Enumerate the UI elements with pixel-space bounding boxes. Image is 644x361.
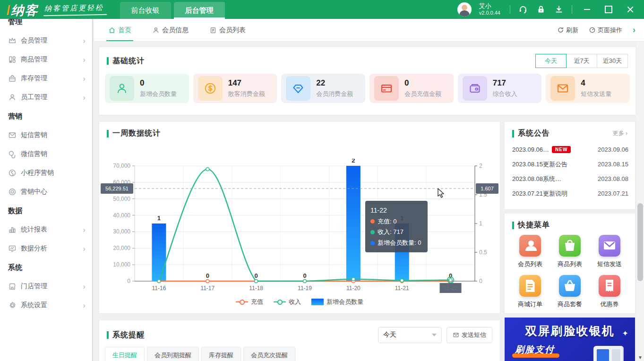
tab-member-list[interactable]: 会员列表: [209, 19, 246, 41]
sidebar-item-sms-marketing[interactable]: 短信营销: [0, 126, 92, 145]
tab-inventory-reminder[interactable]: 库存提醒: [201, 347, 241, 361]
range-30days-button[interactable]: 近30天: [597, 54, 628, 68]
stat-card-sms-sent: 4短信发送量: [546, 74, 630, 103]
scrollbar-down-arrow[interactable]: ▼: [637, 355, 643, 361]
member-icon: [110, 76, 134, 101]
send-sms-button[interactable]: 发送短信: [447, 327, 492, 343]
collapse-chevron-icon[interactable]: ›: [633, 25, 635, 35]
chevron-right-icon: ›: [83, 94, 86, 102]
tab-member-info[interactable]: 会员信息: [152, 19, 189, 41]
stat-value: 4: [581, 78, 611, 88]
legend-item-new-members[interactable]: 新增会员数量: [311, 298, 363, 306]
page-operations-label: 页面操作: [598, 26, 622, 34]
sidebar-item-label: 微信营销: [21, 150, 86, 158]
notices-title: 系统公告: [518, 129, 550, 138]
chevron-right-icon: ›: [83, 283, 86, 291]
dollar-icon: [198, 76, 223, 101]
download-icon[interactable]: [554, 4, 564, 15]
line-marker-icon: [236, 301, 248, 302]
sidebar-item-inventory[interactable]: 库存管理 ›: [0, 69, 92, 88]
customer-service-icon[interactable]: [518, 4, 528, 15]
sidebar-item-label: 员工管理: [21, 93, 83, 102]
window-maximize-button[interactable]: [601, 4, 616, 15]
window-minimize-button[interactable]: [580, 4, 594, 15]
title-accent-bar: [107, 130, 109, 138]
refresh-button[interactable]: 刷新: [557, 26, 578, 34]
notice-row[interactable]: 2023.08.15更新公告 2023.08.15: [512, 157, 628, 172]
notice-row[interactable]: 2023.07.21更新说明 2023.07.21: [512, 186, 628, 201]
title-accent-bar: [107, 57, 109, 65]
sidebar-item-marketing-center[interactable]: 营销中心: [0, 182, 92, 201]
main-scrollbar[interactable]: ▼: [636, 42, 644, 361]
sidebar-item-goods[interactable]: 商品管理 ›: [0, 50, 92, 69]
tab-member-recharge-reminder[interactable]: 会员充次提醒: [243, 347, 295, 361]
quick-mall-orders[interactable]: 商城订单: [510, 275, 550, 309]
credit-card-icon: [374, 76, 399, 101]
svg-text:2: 2: [352, 159, 355, 164]
page-operations-button[interactable]: 页面操作: [589, 26, 622, 34]
tab-birthday-reminder[interactable]: 生日提醒: [105, 347, 145, 361]
goods-combo-icon: [559, 275, 581, 297]
tooltip-row-text: 收入: 717: [378, 227, 404, 238]
tab-member-expiry-reminder[interactable]: 会员到期提醒: [147, 347, 199, 361]
sidebar-item-label: 统计报表: [21, 225, 83, 234]
legend-item-recharge[interactable]: 充值: [236, 298, 263, 306]
stats-title: 基础统计: [112, 56, 145, 66]
svg-text:70,000: 70,000: [113, 163, 130, 169]
svg-text:0: 0: [479, 278, 482, 284]
more-link[interactable]: 更多 ›: [613, 129, 627, 138]
nav-tab-backoffice[interactable]: 后台管理: [174, 2, 225, 19]
sidebar-item-label: 门店管理: [21, 282, 83, 291]
notice-row[interactable]: 2023.09.06… NEW 2023.09.06: [512, 142, 628, 157]
sidebar-item-analytics[interactable]: 数据分析 ›: [0, 239, 92, 258]
title-accent-bar: [107, 331, 109, 339]
svg-text:0.5: 0.5: [479, 249, 487, 256]
quick-menu-title: 快捷菜单: [518, 220, 550, 230]
sidebar-item-staff[interactable]: 员工管理 ›: [0, 88, 92, 107]
basic-stats-panel: 基础统计 今天 近7天 近30天 0新增会员数量 147散客消费金额 22会员消…: [99, 47, 635, 115]
stat-card-total-income: 717综合收入: [458, 74, 542, 103]
crown-icon: [8, 36, 17, 45]
sidebar-item-wechat-marketing[interactable]: 微信营销: [0, 145, 92, 163]
sidebar-item-members[interactable]: 会员管理 ›: [0, 31, 92, 50]
sidebar-item-settings[interactable]: 系统设置 ›: [0, 296, 92, 315]
legend-item-income[interactable]: 收入: [274, 298, 301, 306]
series-dot: [370, 241, 375, 245]
window-close-button[interactable]: [623, 4, 637, 15]
quick-goods-list[interactable]: 商品列表: [550, 235, 590, 268]
quick-item-label: 短信发送: [597, 260, 622, 268]
new-badge: NEW: [552, 146, 571, 153]
svg-text:50,000: 50,000: [113, 196, 130, 202]
stat-card-member-recharge: 0会员充值金额: [369, 74, 454, 103]
lock-icon[interactable]: [536, 4, 546, 15]
notice-text: 2023.09.06…: [512, 146, 549, 153]
sidebar: 管理 会员管理 › 商品管理 › 库存管理 › 员工管理 › 营销 短信营销: [0, 19, 93, 361]
sidebar-item-label: 会员管理: [21, 36, 83, 45]
quick-member-list[interactable]: 会员列表: [510, 235, 550, 268]
ad-subline: 刷脸支付: [515, 344, 555, 356]
gauge-icon: [589, 26, 596, 34]
quick-sms-send[interactable]: 短信发送: [590, 235, 629, 268]
ad-headline: 双屏刷脸收银机: [505, 323, 635, 339]
chart-legend: 充值 收入 新增会员数量: [99, 298, 500, 306]
tab-label: 会员列表: [219, 26, 246, 34]
quick-coupons[interactable]: 优惠券: [590, 275, 629, 309]
quick-goods-combo[interactable]: 商品套餐: [550, 275, 590, 309]
diamond-icon: [286, 76, 310, 101]
user-avatar[interactable]: [457, 2, 472, 17]
tooltip-row-text: 新增会员数量: 0: [378, 238, 421, 249]
nav-tab-frontdesk[interactable]: 前台收银: [120, 2, 171, 19]
sidebar-item-stores[interactable]: 门店管理 ›: [0, 277, 92, 296]
sidebar-item-reports[interactable]: 统计报表 ›: [0, 220, 92, 239]
scrollbar-thumb[interactable]: [637, 203, 643, 281]
notice-row[interactable]: 2023.08.08系统… 2023.08.08: [512, 172, 628, 186]
tab-home[interactable]: 首页: [108, 19, 131, 41]
svg-text:11-19: 11-19: [298, 285, 312, 292]
svg-text:1: 1: [157, 215, 161, 222]
sidebar-item-miniapp-marketing[interactable]: 小程序营销: [0, 163, 92, 182]
reminder-date-select[interactable]: 今天: [378, 327, 442, 343]
range-7days-button[interactable]: 近7天: [566, 54, 597, 68]
range-today-button[interactable]: 今天: [535, 54, 567, 68]
target-icon: [8, 188, 17, 196]
ad-banner[interactable]: 双屏刷脸收银机 刷脸支付 ✦: [505, 318, 635, 361]
